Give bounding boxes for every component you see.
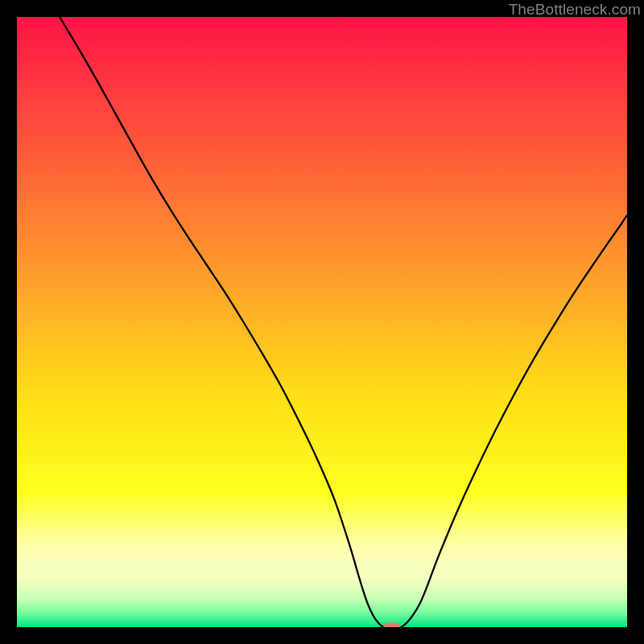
plot-wrap (17, 17, 627, 627)
chart-frame: TheBottleneck.com (0, 0, 644, 644)
curve-svg (17, 17, 627, 627)
bottleneck-curve (60, 17, 627, 627)
plot-area (17, 17, 627, 627)
optimum-marker (384, 623, 400, 628)
watermark-text: TheBottleneck.com (509, 1, 641, 19)
